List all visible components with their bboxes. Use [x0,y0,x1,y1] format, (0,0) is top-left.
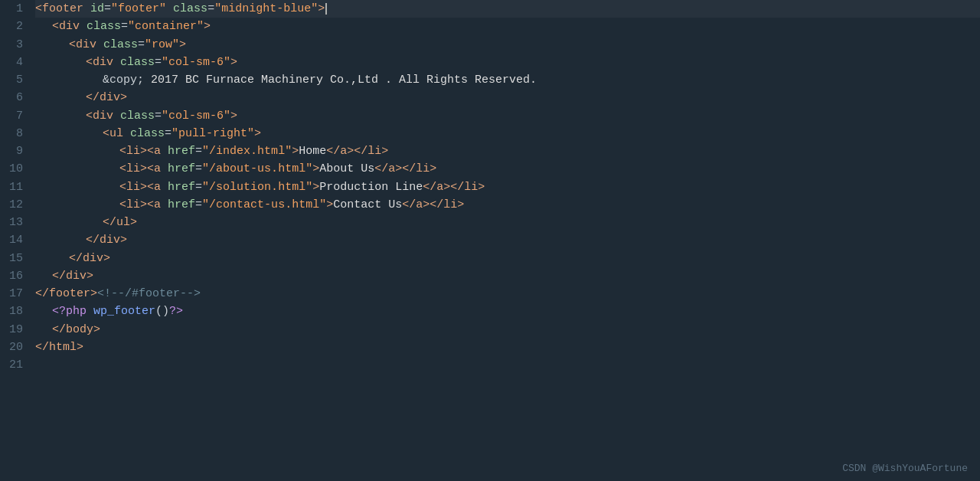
token-tag: > [430,160,436,178]
token-tag-name: footer [49,285,90,303]
token-attr-value: "/solution.html" [202,178,312,196]
token-tag: > [130,214,137,231]
token-php-func: wp_footer [93,303,155,320]
token-tag-name: a [154,160,161,178]
token-equals: = [155,54,162,71]
code-line: </ul> [35,214,980,231]
token-tag: </ [103,214,116,231]
code-content[interactable]: <footer id="footer" class="midnight-blue… [32,0,980,481]
token-text-content: 2017 BC Furnace Machinery Co.,Ltd . All … [144,71,537,89]
token-equals: = [195,196,202,214]
token-attr-value: "midnight-blue" [214,0,318,18]
code-line: </div> [35,231,980,249]
code-line: <div class="col-sm-6"> [35,107,980,125]
token-tag: </ [86,231,100,249]
token-attr-name: class [120,107,155,125]
line-number: 5 [6,71,23,89]
token-equals: = [195,160,202,178]
line-number: 14 [6,231,23,249]
token-attr-name: href [168,160,195,178]
line-number: 21 [6,356,23,374]
code-line: &copy; 2017 BC Furnace Machinery Co.,Ltd… [35,71,980,89]
token-attr-value: "/about-us.html" [202,160,312,178]
token-tag-name: ul [116,214,130,231]
token-tag-name: li [443,196,457,214]
token-tag: </ [423,178,436,196]
token-attr-name: id [90,0,104,18]
token-tag: > [326,196,333,214]
token-attr-value: "container" [128,18,204,35]
text-cursor [325,3,327,15]
token-tag-name: li [464,178,478,196]
token-tag: > [254,125,261,142]
line-number: 2 [6,18,23,35]
token-tag-name: a [340,142,347,160]
token-attr-name: href [168,178,195,196]
code-line: <footer id="footer" class="midnight-blue… [35,0,980,18]
token-tag-name: li [126,142,140,160]
token-tag: ></ [395,160,416,178]
token-tag: </ [326,142,340,160]
token-tag: < [119,178,126,196]
code-line: <li><a href="/about-us.html">About Us</a… [35,160,980,178]
token-tag: < [69,36,76,54]
token-tag-name: div [100,89,120,106]
token-attr-name: class [103,36,138,54]
token-tag-name: div [93,107,113,125]
line-number: 3 [6,36,23,54]
line-number: 8 [6,125,23,142]
token-tag: </ [52,267,66,285]
token-tag: > [292,142,299,160]
line-number: 15 [6,250,23,267]
line-number: 6 [6,89,23,106]
line-number: 12 [6,196,23,214]
token-tag-name: a [154,142,161,160]
token-equals: = [165,125,172,142]
code-line: <li><a href="/solution.html">Production … [35,178,980,196]
token-tag: < [52,18,59,35]
line-number: 7 [6,107,23,125]
line-number: 4 [6,54,23,71]
token-tag: >< [140,196,154,214]
token-equals: = [207,0,214,18]
token-tag: < [103,125,109,142]
token-tag: >< [140,142,154,160]
token-tag: > [103,250,110,267]
code-line: </footer><!--/#footer--> [35,285,980,303]
line-number: 18 [6,303,23,320]
token-tag-name: li [368,142,381,160]
token-tag-name: li [126,178,140,196]
token-tag: < [86,107,93,125]
token-plain [113,54,120,71]
code-line: </div> [35,267,980,285]
line-number: 13 [6,214,23,231]
token-equals: = [138,36,145,54]
token-link-text: Contact Us [333,196,402,214]
code-editor: 123456789101112131415161718192021 <foote… [0,0,980,481]
token-equals: = [195,178,202,196]
token-tag: > [230,54,237,71]
token-attr-name: class [173,0,207,18]
code-line: </html> [35,339,980,356]
token-tag: </ [35,285,49,303]
token-php-keyword: ?> [169,303,183,320]
token-tag-name: li [416,160,430,178]
line-number: 20 [6,339,23,356]
token-tag-name: div [83,250,103,267]
token-plain [87,303,93,320]
token-tag: > [90,285,97,303]
token-tag: > [204,18,211,35]
code-line: <?php wp_footer()?> [35,303,980,320]
line-number: 16 [6,267,23,285]
code-line: <li><a href="/index.html">Home</a></li> [35,142,980,160]
token-tag: >< [140,160,154,178]
token-tag: < [119,196,126,214]
token-tag-name: body [66,321,93,339]
token-plain [161,196,168,214]
token-tag: </ [374,160,388,178]
token-link-text: Production Line [319,178,423,196]
token-plain [161,178,168,196]
token-tag-name: a [388,160,395,178]
token-tag: < [86,54,93,71]
token-tag: > [312,160,319,178]
